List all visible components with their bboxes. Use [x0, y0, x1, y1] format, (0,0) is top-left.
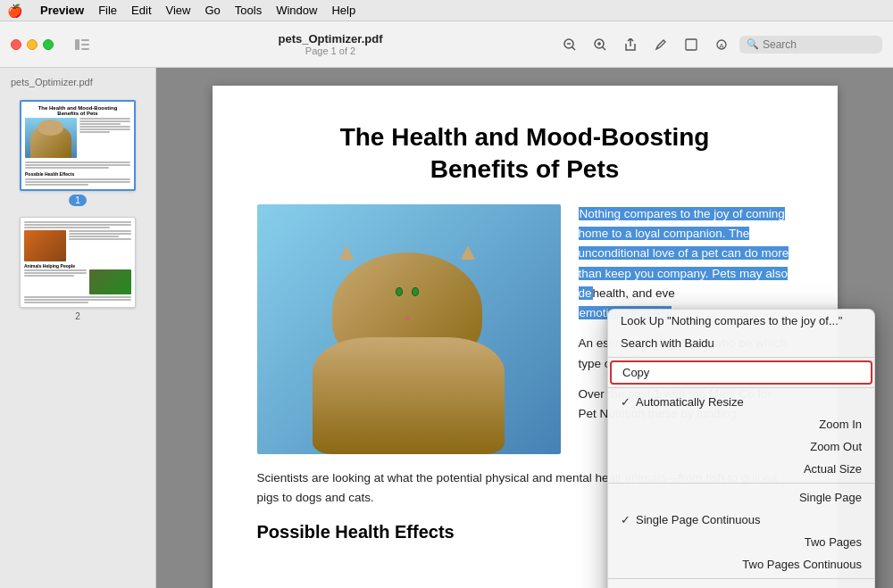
highlighted-paragraph: Nothing compares to the joy of coming ho… [579, 204, 793, 324]
fullscreen-button[interactable] [43, 39, 54, 50]
crop-button[interactable] [679, 32, 704, 57]
menu-go[interactable]: Go [204, 4, 220, 17]
thumbnail-page-1: The Health and Mood-BoostingBenefits of … [7, 100, 148, 206]
menu-tools[interactable]: Tools [235, 4, 262, 17]
sidebar: pets_Optimizer.pdf The Health and Mood-B… [0, 68, 156, 588]
zoom-out-button[interactable] [557, 32, 582, 57]
menu-item-single-page[interactable]: Single Page [608, 486, 874, 509]
menu-item-actual-size[interactable]: Actual Size [608, 458, 874, 480]
cat-nose [405, 317, 410, 320]
cat-eyes [396, 287, 419, 296]
menu-edit[interactable]: Edit [131, 4, 151, 17]
window-controls [11, 39, 54, 50]
page-1-badge: 1 [69, 195, 87, 206]
menu-item-search-baidu[interactable]: Search with Baidu [608, 332, 874, 354]
menu-item-auto-resize[interactable]: ✓ Automatically Resize [608, 391, 874, 413]
menu-separator-2 [608, 387, 874, 388]
menu-item-single-page-continuous[interactable]: ✓ Single Page Continuous [608, 509, 874, 531]
checkmark-auto-resize: ✓ [621, 395, 630, 409]
svg-rect-0 [75, 39, 79, 50]
thumbnail-page-2: Animals Helping People [7, 217, 148, 321]
svg-rect-13 [686, 39, 697, 50]
context-menu: Look Up "Nothing compares to the joy of.… [607, 309, 875, 588]
document-page-info: Page 1 of 2 [305, 46, 355, 56]
selected-text: Nothing compares to the joy of coming ho… [579, 207, 789, 300]
svg-text:A: A [719, 42, 724, 50]
menu-item-copy[interactable]: Copy [610, 360, 872, 385]
sidebar-filename: pets_Optimizer.pdf [7, 75, 148, 89]
menu-file[interactable]: File [98, 4, 117, 17]
cat-ear-right [461, 245, 475, 260]
checkmark-single-continuous: ✓ [621, 513, 630, 526]
toolbar-actions: A 🔍 [557, 32, 882, 57]
cat-torso [313, 337, 504, 454]
document-title: pets_Optimizer.pdf [278, 32, 382, 46]
menu-item-zoom-out[interactable]: Zoom Out [608, 435, 874, 458]
zoom-in-button[interactable] [588, 32, 613, 57]
share-button[interactable] [618, 32, 643, 57]
page-1-thumbnail[interactable]: The Health and Mood-BoostingBenefits of … [20, 100, 136, 191]
pdf-title: The Health and Mood-Boosting Benefits of… [257, 121, 793, 186]
svg-line-6 [572, 46, 576, 50]
thumb-cat-image [25, 118, 77, 158]
menu-view[interactable]: View [166, 4, 191, 17]
main-area: pets_Optimizer.pdf The Health and Mood-B… [0, 68, 893, 588]
menu-item-two-pages[interactable]: Two Pages [608, 531, 874, 553]
menu-preview[interactable]: Preview [40, 4, 84, 17]
document-info: pets_Optimizer.pdf Page 1 of 2 [111, 32, 550, 56]
menu-separator-3 [608, 483, 874, 484]
minimize-button[interactable] [27, 39, 38, 50]
pdf-viewer[interactable]: The Health and Mood-Boosting Benefits of… [156, 68, 893, 588]
svg-line-10 [603, 46, 606, 50]
page-2-thumbnail[interactable]: Animals Helping People [20, 217, 136, 308]
menu-item-two-pages-continuous[interactable]: Two Pages Continuous [608, 553, 874, 576]
page-2-badge: 2 [75, 311, 80, 321]
menu-item-zoom-in[interactable]: Zoom In [608, 413, 874, 435]
annotate-button[interactable] [648, 32, 673, 57]
markup-button[interactable]: A [709, 32, 734, 57]
cat-body [272, 242, 546, 454]
sidebar-toggle-button[interactable] [68, 32, 96, 57]
menu-separator-1 [608, 357, 874, 358]
svg-rect-3 [81, 48, 89, 50]
svg-rect-1 [81, 39, 89, 41]
cat-image [257, 204, 561, 454]
menu-window[interactable]: Window [276, 4, 317, 17]
menu-item-lookup[interactable]: Look Up "Nothing compares to the joy of.… [608, 310, 874, 332]
search-icon: 🔍 [747, 38, 759, 50]
menu-help[interactable]: Help [331, 4, 355, 17]
search-input[interactable] [763, 38, 870, 51]
close-button[interactable] [11, 39, 21, 50]
title-bar: pets_Optimizer.pdf Page 1 of 2 A 🔍 [0, 21, 893, 68]
search-box[interactable]: 🔍 [739, 36, 882, 54]
cat-eye-left [396, 287, 403, 296]
svg-rect-2 [81, 44, 89, 46]
apple-menu[interactable]: 🍎 [7, 4, 22, 18]
menu-bar: 🍎 Preview File Edit View Go Tools Window… [0, 0, 893, 21]
menu-separator-4 [608, 578, 874, 579]
menu-item-next-page[interactable]: Next Page [608, 582, 874, 588]
cat-ear-left [339, 245, 354, 260]
cat-eye-right [412, 287, 419, 296]
